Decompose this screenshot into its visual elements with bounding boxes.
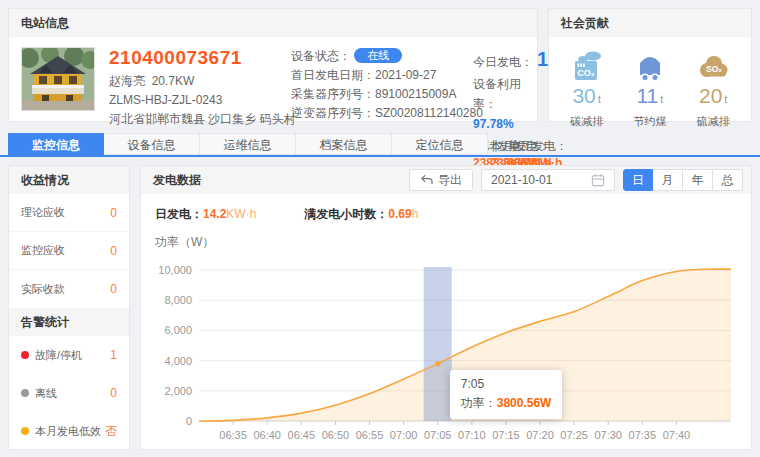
inverter-label: 逆变器序列号： (291, 106, 375, 120)
full-hours-unit: h (412, 207, 419, 221)
coal-unit: t (660, 93, 663, 105)
coal-value: 11 (636, 84, 658, 107)
svg-text:07:15: 07:15 (492, 429, 520, 441)
svg-text:4,000: 4,000 (164, 355, 192, 367)
full-hours-stat: 满发电小时数：0.69h (304, 206, 418, 223)
collector-sn: 89100215009A (375, 87, 456, 101)
so2-value-row: 20t (682, 83, 745, 112)
svg-text:07:10: 07:10 (458, 429, 486, 441)
svg-text:CO₂: CO₂ (577, 68, 595, 78)
income-monitored-label: 监控应收 (21, 243, 65, 258)
alarm-fault-label: 故障/停机 (35, 348, 82, 363)
alarm-low-eff-value: 否 (105, 423, 117, 440)
alarm-offline-label-wrap: 离线 (21, 386, 57, 401)
chart-toolbar: 导出 2021-10-01 日 月 年 (409, 169, 743, 191)
tab-monitoring-info[interactable]: 监控信息 (8, 133, 104, 155)
alarm-offline-label: 离线 (35, 386, 57, 401)
daily-stats-row: 日发电：14.2KW·h 满发电小时数：0.69h (155, 206, 737, 223)
today-generation-label: 今日发电： (473, 55, 533, 69)
tab-location-info[interactable]: 定位信息 (392, 133, 488, 155)
tab-archive-info[interactable]: 档案信息 (296, 133, 392, 155)
tab-operation-info[interactable]: 运维信息 (200, 133, 296, 155)
coal-saving-icon (618, 47, 681, 83)
alarm-fault-label-wrap: 故障/停机 (21, 348, 82, 363)
so2-unit: t (724, 93, 727, 105)
low-efficiency-dot-icon (21, 427, 29, 435)
station-panel-title: 电站信息 (21, 16, 69, 30)
station-owner-line: 赵海亮 20.7KW (109, 72, 277, 91)
station-code: ZLMS-HBJ-ZJL-0243 (109, 91, 277, 110)
alarm-fault-value: 1 (110, 348, 117, 362)
alarm-offline-value: 0 (110, 386, 117, 400)
main-row: 收益情况 理论应收 0 监控应收 0 实际收款 0 告警统计 故障/停机 1 (8, 165, 752, 450)
alarm-low-eff-label-wrap: 本月发电低效 (21, 424, 101, 439)
tab-underline (0, 155, 760, 157)
social-panel-title: 社会贡献 (561, 16, 609, 30)
svg-text:07:35: 07:35 (629, 429, 657, 441)
alarm-low-eff-label: 本月发电低效 (35, 424, 101, 439)
svg-text:07:40: 07:40 (663, 429, 691, 441)
export-button[interactable]: 导出 (409, 169, 473, 191)
svg-text:07:05: 07:05 (424, 429, 452, 441)
range-button-day[interactable]: 日 (623, 169, 653, 191)
fault-dot-icon (21, 351, 29, 359)
so2-reduction-icon: SO₂ (682, 47, 745, 83)
station-panel-header: 电站信息 (9, 9, 537, 37)
svg-text:06:55: 06:55 (356, 429, 384, 441)
sidebar-panel: 收益情况 理论应收 0 监控应收 0 实际收款 0 告警统计 故障/停机 1 (8, 165, 130, 450)
export-arrow-icon (420, 174, 433, 186)
page: 电站信息 (0, 0, 760, 450)
device-status-label: 设备状态： (291, 49, 351, 63)
alarm-row-fault: 故障/停机 1 (9, 336, 129, 374)
station-photo (21, 47, 95, 111)
tabs: 监控信息 设备信息 运维信息 档案信息 定位信息 (8, 133, 752, 155)
alarm-row-offline: 离线 0 (9, 374, 129, 412)
station-capacity: 20.7KW (152, 74, 195, 88)
y-axis-title: 功率（W） (155, 234, 737, 251)
social-item-so2: SO₂ 20t 硫减排 (682, 47, 745, 130)
tab-bar: 监控信息 设备信息 运维信息 档案信息 定位信息 (8, 133, 752, 157)
svg-text:06:35: 06:35 (219, 429, 247, 441)
range-button-year[interactable]: 年 (683, 169, 713, 191)
date-picker[interactable]: 2021-10-01 (481, 169, 615, 191)
today-generation-row: 今日发电：10.7KW·h (473, 47, 525, 74)
social-panel-header: 社会贡献 (549, 9, 751, 37)
svg-text:2,000: 2,000 (164, 385, 192, 397)
generation-data-panel: 发电数据 导出 2021-10-01 (140, 165, 752, 450)
tab-device-info[interactable]: 设备信息 (104, 133, 200, 155)
income-section-title: 收益情况 (21, 173, 69, 187)
device-status-row: 设备状态： 在线 (291, 47, 459, 66)
power-chart-svg[interactable]: 02,0004,0006,0008,00010,00006:3506:4006:… (155, 253, 737, 451)
range-button-total[interactable]: 总 (713, 169, 743, 191)
utilization-row: 设备利用率：97.78% (473, 74, 525, 134)
range-button-month[interactable]: 月 (653, 169, 683, 191)
income-section-header: 收益情况 (9, 166, 129, 194)
chart-panel-header: 发电数据 导出 2021-10-01 (141, 166, 751, 194)
daily-generation-unit: KW·h (226, 207, 256, 221)
status-badge: 在线 (354, 48, 402, 63)
daily-generation-value: 14.2 (203, 207, 226, 221)
income-theoretical-label: 理论应收 (21, 205, 65, 220)
social-item-co2: CO₂ 30t 碳减排 (555, 47, 618, 130)
offline-dot-icon (21, 389, 29, 397)
svg-text:06:45: 06:45 (288, 429, 316, 441)
full-hours-value: 0.69 (388, 207, 411, 221)
svg-text:SO₂: SO₂ (706, 64, 722, 74)
so2-value: 20 (699, 84, 722, 107)
station-owner: 赵海亮 (109, 74, 145, 88)
svg-text:07:25: 07:25 (560, 429, 588, 441)
utilization-label: 设备利用率： (473, 77, 521, 111)
inverter-row: 逆变器序列号：SZ00208112140280 (291, 104, 459, 123)
daily-generation-stat: 日发电：14.2KW·h (155, 206, 256, 223)
social-item-coal: 11t 节约煤 (618, 47, 681, 130)
power-chart-area[interactable]: 02,0004,0006,0008,00010,00006:3506:4006:… (155, 253, 737, 451)
date-value: 2021-10-01 (491, 166, 552, 194)
income-actual-value: 0 (110, 282, 117, 296)
station-body: 210400073671 赵海亮 20.7KW ZLMS-HBJ-ZJL-024… (9, 37, 537, 182)
svg-text:07:30: 07:30 (594, 429, 622, 441)
svg-text:06:50: 06:50 (322, 429, 350, 441)
income-theoretical-value: 0 (110, 206, 117, 220)
coal-label: 节约煤 (618, 112, 681, 130)
export-button-label: 导出 (438, 172, 462, 189)
co2-reduction-icon: CO₂ (555, 47, 618, 83)
